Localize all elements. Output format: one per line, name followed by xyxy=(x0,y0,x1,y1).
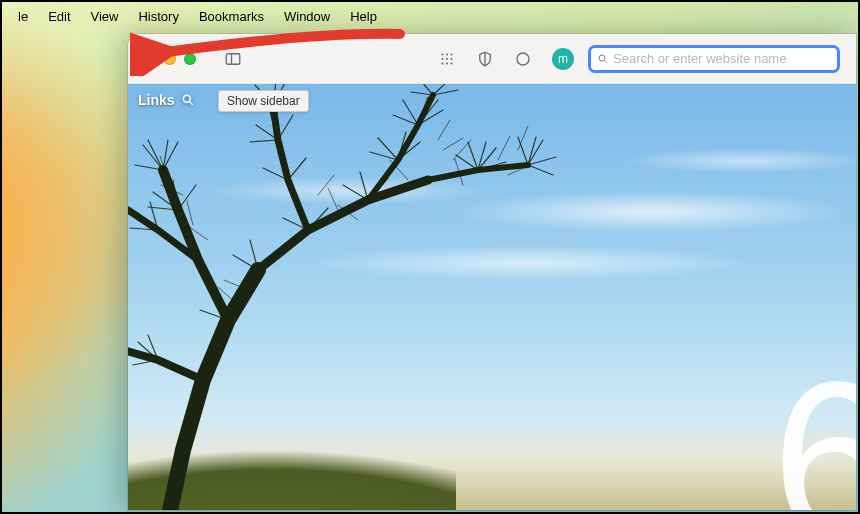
privacy-report-button[interactable] xyxy=(470,45,500,73)
avatar-letter: m xyxy=(558,52,568,66)
menu-edit[interactable]: Edit xyxy=(38,7,80,26)
address-input[interactable] xyxy=(613,51,831,66)
search-icon xyxy=(597,53,609,65)
grid-icon xyxy=(438,50,456,68)
svg-point-6 xyxy=(446,57,448,59)
maximize-button[interactable] xyxy=(184,53,196,65)
minimize-button[interactable] xyxy=(164,53,176,65)
svg-point-2 xyxy=(441,53,443,55)
sidebar-tooltip: Show sidebar xyxy=(218,90,309,112)
svg-point-5 xyxy=(441,57,443,59)
svg-line-13 xyxy=(605,60,608,63)
browser-window: m Show sidebar xyxy=(128,34,856,510)
search-icon xyxy=(181,93,195,107)
browser-content: Links 6 xyxy=(128,84,856,510)
svg-rect-0 xyxy=(226,53,240,64)
sidebar-icon xyxy=(224,50,242,68)
system-menubar: le Edit View History Bookmarks Window He… xyxy=(4,4,856,28)
window-controls xyxy=(144,53,196,65)
address-bar[interactable] xyxy=(588,45,840,73)
svg-point-9 xyxy=(446,62,448,64)
menu-file-partial[interactable]: le xyxy=(8,7,38,26)
svg-point-14 xyxy=(183,95,190,102)
menu-history[interactable]: History xyxy=(128,7,188,26)
close-button[interactable] xyxy=(144,53,156,65)
svg-point-3 xyxy=(446,53,448,55)
browser-toolbar: m xyxy=(128,34,856,84)
menu-help[interactable]: Help xyxy=(340,7,387,26)
profile-avatar[interactable]: m xyxy=(552,48,574,70)
weather-widget-temp: 6 xyxy=(772,350,856,510)
menu-view[interactable]: View xyxy=(81,7,129,26)
menu-bookmarks[interactable]: Bookmarks xyxy=(189,7,274,26)
privacy-icon xyxy=(476,50,494,68)
svg-point-12 xyxy=(599,55,605,61)
reload-button[interactable] xyxy=(508,45,538,73)
background-tree xyxy=(128,84,588,510)
favorites-label: Links xyxy=(138,92,175,108)
refresh-icon xyxy=(514,50,532,68)
svg-line-15 xyxy=(189,102,192,105)
start-page-grid-button[interactable] xyxy=(432,45,462,73)
svg-point-7 xyxy=(450,57,452,59)
svg-point-4 xyxy=(450,53,452,55)
favorites-bar[interactable]: Links xyxy=(138,92,195,108)
svg-point-11 xyxy=(517,53,529,65)
sidebar-button[interactable] xyxy=(218,45,248,73)
svg-point-10 xyxy=(450,62,452,64)
menu-window[interactable]: Window xyxy=(274,7,340,26)
svg-point-8 xyxy=(441,62,443,64)
